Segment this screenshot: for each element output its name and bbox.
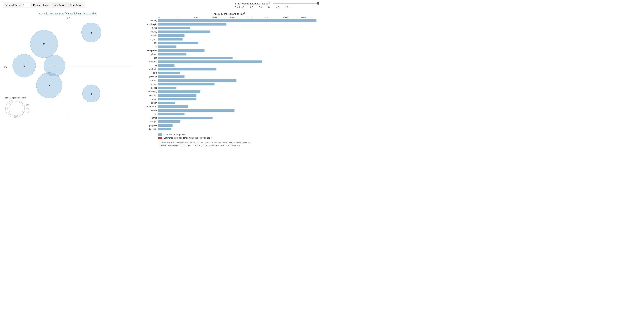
bar-row: use bbox=[139, 56, 318, 60]
bar-term-label: temperature bbox=[139, 105, 158, 108]
bar-term-label: oxygen bbox=[139, 38, 158, 40]
slider-label: Slide to adjust relevance metric:(2) bbox=[235, 2, 270, 5]
bar-term-label: propose bbox=[139, 124, 158, 127]
legend-topic: Estimated term frequency within the sele… bbox=[158, 137, 318, 139]
topic-circle-2[interactable]: 2 bbox=[30, 30, 58, 58]
topic-circle-5[interactable]: 5 bbox=[82, 23, 101, 42]
bar-container bbox=[158, 23, 318, 25]
bar-overall bbox=[158, 83, 214, 85]
next-topic-button[interactable]: Next Topic bbox=[52, 3, 66, 7]
bar-row: oxygen bbox=[139, 38, 318, 41]
bar-container bbox=[158, 49, 318, 52]
bar-container bbox=[158, 102, 318, 104]
bar-container bbox=[158, 38, 318, 40]
bar-row: storage bbox=[139, 98, 318, 101]
bar-container bbox=[158, 109, 318, 112]
bar-overall bbox=[158, 113, 184, 115]
bar-container bbox=[158, 113, 318, 115]
topic-label-5: 5 bbox=[90, 31, 92, 34]
bar-term-label: anode bbox=[139, 109, 158, 112]
left-panel: Intertopic Distance Map (via multidimens… bbox=[0, 10, 135, 161]
bar-overall bbox=[158, 64, 174, 67]
bar-row: air bbox=[139, 64, 318, 67]
bar-term-label: reaction bbox=[139, 94, 158, 97]
bar-container bbox=[158, 53, 318, 55]
topic-circle-6[interactable]: 6 bbox=[82, 84, 100, 102]
bar-row: method bbox=[139, 83, 318, 86]
bar-term-label: sample bbox=[139, 120, 158, 123]
bar-row: material bbox=[139, 60, 318, 63]
relevance-slider[interactable] bbox=[273, 3, 319, 4]
bar-row: si bbox=[139, 45, 318, 48]
bar-term-label: sulfur bbox=[139, 27, 158, 29]
topic-circle-4[interactable]: 4 bbox=[44, 55, 65, 76]
slider-row: Slide to adjust relevance metric:(2) bbox=[235, 2, 320, 5]
bar-overall bbox=[158, 117, 212, 119]
bar-term-label: air bbox=[139, 64, 158, 67]
bar-term-label: method bbox=[139, 83, 158, 85]
bar-container bbox=[158, 68, 318, 70]
bar-overall bbox=[158, 105, 188, 108]
bar-row: temperature bbox=[139, 105, 318, 108]
topic-label-3: 3 bbox=[48, 84, 50, 87]
bar-term-label: cell bbox=[139, 42, 158, 44]
bar-term-label: silicon bbox=[139, 102, 158, 104]
bar-container bbox=[158, 105, 318, 108]
bar-overall bbox=[158, 45, 176, 48]
bar-container bbox=[158, 98, 318, 100]
map-title: Intertopic Distance Map (via multidimens… bbox=[2, 12, 134, 15]
bar-container bbox=[158, 34, 318, 37]
main-content: Intertopic Distance Map (via multidimens… bbox=[0, 10, 322, 161]
bar-term-label: conductivity bbox=[139, 90, 158, 93]
bar-overall bbox=[158, 30, 210, 33]
previous-topic-button[interactable]: Previous Topic bbox=[31, 3, 50, 7]
topic-controls: Selected Topic: Previous Topic Next Topi… bbox=[3, 2, 85, 8]
marginal-distribution: Marginal topic distribution 2% 5% 10% bbox=[4, 97, 30, 118]
bar-overall bbox=[158, 98, 196, 100]
bar-container bbox=[158, 90, 318, 93]
bar-term-label: battery bbox=[139, 19, 158, 22]
bar-overall bbox=[158, 72, 180, 74]
bar-overall bbox=[158, 27, 190, 29]
bar-row: tio bbox=[139, 113, 318, 116]
bar-row: charge bbox=[139, 116, 318, 119]
bar-term-label: polymer bbox=[139, 75, 158, 78]
legend-overall-color bbox=[158, 133, 162, 136]
bar-container bbox=[158, 60, 318, 63]
right-panel: Top-30 Most Salient Terms1 0 1,000 2,000… bbox=[135, 10, 322, 161]
legend-overall: Overall term frequency bbox=[158, 133, 318, 136]
relevance-controls: Slide to adjust relevance metric:(2) λ =… bbox=[235, 2, 320, 8]
topic-label-6: 6 bbox=[90, 92, 92, 95]
top-controls: Selected Topic: Previous Topic Next Topi… bbox=[0, 0, 322, 10]
slider-thumb[interactable] bbox=[317, 2, 319, 5]
bar-overall bbox=[158, 34, 184, 37]
bar-container bbox=[158, 87, 318, 89]
clear-topic-button[interactable]: Clear Topic bbox=[68, 3, 84, 7]
bar-overall bbox=[158, 49, 204, 52]
bar-row: electrolyte bbox=[139, 23, 318, 26]
chart-title: Top-30 Most Salient Terms1 bbox=[139, 12, 318, 15]
x-axis-labels: 0 1,000 2,000 3,000 4,000 5,000 6,000 7,… bbox=[158, 16, 318, 18]
bar-row: sulfur bbox=[139, 26, 318, 30]
bar-container bbox=[158, 94, 318, 97]
topic-circle-3[interactable]: 3 bbox=[36, 72, 62, 98]
bar-overall bbox=[158, 60, 262, 63]
topic-input[interactable] bbox=[22, 3, 30, 7]
bar-term-label: composite bbox=[139, 49, 158, 52]
bar-term-label: model bbox=[139, 34, 158, 37]
marginal-legend-10pct: 10% bbox=[26, 110, 30, 114]
bar-row: polysulfide bbox=[139, 128, 318, 131]
topic-circle-1[interactable]: 1 bbox=[12, 54, 36, 77]
footnotes: 1. saliency(term w) = frequency(w) * [su… bbox=[158, 141, 318, 147]
bar-container bbox=[158, 83, 318, 85]
bar-row: silicon bbox=[139, 101, 318, 104]
lambda-label: λ = 1 bbox=[235, 6, 240, 8]
bar-overall bbox=[158, 90, 200, 93]
legend-topic-label: Estimated term frequency within the sele… bbox=[164, 137, 212, 139]
bar-term-label: polysulfide bbox=[139, 128, 158, 130]
bar-overall bbox=[158, 94, 196, 97]
bar-term-label: use bbox=[139, 57, 158, 59]
bar-overall bbox=[158, 124, 172, 127]
bar-container bbox=[158, 42, 318, 44]
bar-overall bbox=[158, 42, 198, 44]
